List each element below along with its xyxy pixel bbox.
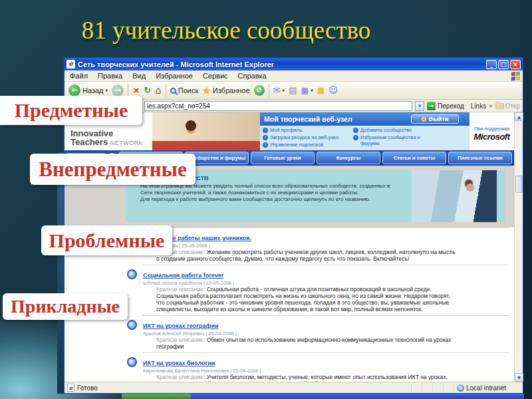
media-caret-icon: ▼ xyxy=(311,88,313,92)
menu-file[interactable]: Файл xyxy=(70,72,88,80)
community-meta: Олег Олегович | 25-05-2006 | xyxy=(143,243,509,249)
media-icon: ▦ xyxy=(301,84,309,96)
edit-note-button[interactable]: ■ xyxy=(317,84,325,96)
search-button[interactable]: Поиск xyxy=(170,86,198,94)
print-button[interactable]: ▤ xyxy=(289,84,297,96)
intranet-globe-icon: ⊕ xyxy=(457,384,464,392)
label-problem: Проблемные xyxy=(41,225,172,255)
list-item: Социальная работа forever schmidt victor… xyxy=(143,265,509,315)
scroll-thumb[interactable] xyxy=(515,176,523,193)
menu-favorites[interactable]: Избранное xyxy=(156,72,193,80)
tab-contests[interactable]: Конкурсы xyxy=(317,152,380,164)
bullet-icon: › xyxy=(353,135,358,140)
mail-icon: ✉ xyxy=(273,84,281,96)
user-links: › Мой профиль › Загрузка ресурса на веб-… xyxy=(260,126,469,150)
intro-photo xyxy=(412,170,497,222)
toolbar-separator xyxy=(128,84,128,97)
windows-logo-icon xyxy=(511,72,520,81)
community-link[interactable]: ИКТ на уроках географии xyxy=(143,323,218,330)
scrollbar[interactable]: ▲ ▼ xyxy=(514,112,523,382)
address-dropdown-icon[interactable]: ▼ xyxy=(415,101,424,111)
desc-label: Краткое описание: xyxy=(156,374,205,380)
favorites-star-icon: ★ xyxy=(202,84,211,96)
taskbar[interactable] xyxy=(122,394,524,399)
browser-titlebar[interactable]: e Сеть творческих учителей - Microsoft I… xyxy=(65,58,523,70)
logout-button[interactable]: Выйти xyxy=(411,114,459,124)
links-label[interactable]: Links xyxy=(471,102,486,110)
go-label: Переход xyxy=(438,102,464,110)
status-bar: e Готово ⊕ Local intranet xyxy=(65,382,523,393)
folder-icon xyxy=(495,103,504,109)
user-link-add-community[interactable]: Добавить сообщество xyxy=(360,127,412,133)
slide-title: 81 учительское сообщество xyxy=(20,16,432,45)
history-button[interactable]: ↺ xyxy=(254,85,265,96)
back-caret-icon[interactable]: ▼ xyxy=(106,88,108,92)
label-applied: Прикладные xyxy=(3,293,128,320)
bullet-icon: › xyxy=(353,128,358,133)
toolbar-separator xyxy=(166,84,166,97)
ie-icon: e xyxy=(66,60,75,68)
desc-label: Краткое описание: xyxy=(156,336,205,343)
stop-button[interactable]: × xyxy=(132,84,140,96)
community-icon xyxy=(127,269,137,279)
desktop-background-strip xyxy=(57,153,64,394)
tab-lessons[interactable]: Готовые уроки xyxy=(251,152,315,164)
favorites-label: Избранное xyxy=(213,86,250,94)
community-link[interactable]: Социальная работа forever xyxy=(143,272,223,279)
menu-edit[interactable]: Правка xyxy=(98,72,122,80)
slide: 81 учительское сообщество e Сеть творчес… xyxy=(0,0,532,399)
scroll-down-icon[interactable]: ▼ xyxy=(515,373,523,382)
user-link-profile[interactable]: Мой профиль xyxy=(270,127,302,133)
favorites-button[interactable]: ★ Избранное xyxy=(202,84,249,96)
close-button[interactable]: × xyxy=(510,60,521,69)
mail-button[interactable]: ✉ ▼ xyxy=(273,84,285,96)
community-icon xyxy=(127,320,137,330)
community-icon xyxy=(127,357,137,367)
header-photo xyxy=(152,112,260,150)
logo-word-3: NETWORK xyxy=(110,140,144,146)
address-input[interactable]: ies.aspx?cat_no=254 xyxy=(144,101,412,111)
toolbar-separator xyxy=(269,84,269,97)
user-header-title: Мой творческий веб-узел xyxy=(264,115,352,123)
user-link-upload[interactable]: Загрузка ресурса на веб-узел xyxy=(270,134,338,140)
tab-links[interactable]: Полезные ссылки xyxy=(448,152,512,164)
forward-button[interactable]: → xyxy=(112,84,124,96)
label-extracurricular: Внепредметные xyxy=(30,154,196,185)
links-chevron-icon[interactable]: » xyxy=(489,102,493,109)
menu-tools[interactable]: Сервис xyxy=(203,72,228,80)
support-label: При поддержке xyxy=(469,126,514,132)
messenger-button[interactable]: ☺ xyxy=(329,84,338,96)
list-item: Проектные работы наших учеников. Олег Ол… xyxy=(143,227,509,265)
menu-help[interactable]: Справка xyxy=(238,72,267,80)
status-zone-text: Local intranet xyxy=(466,384,506,392)
user-link-favorite-communities[interactable]: Избранные сообщества и форумы xyxy=(360,134,438,146)
intro-paragraph-1: На этой странице вы можете увидеть полны… xyxy=(140,183,396,196)
menu-view[interactable]: Вид xyxy=(132,72,146,80)
back-icon: ← xyxy=(68,84,80,96)
media-button[interactable]: ▦ ▼ xyxy=(301,84,313,96)
community-link[interactable]: ИКТ на уроках биологии xyxy=(143,360,215,367)
start-button-fragment[interactable] xyxy=(122,394,191,399)
refresh-button[interactable]: ↻ xyxy=(144,84,151,96)
go-arrow-icon: → xyxy=(427,102,436,110)
user-link-subscription[interactable]: Управление подпиской xyxy=(270,142,323,148)
bullet-icon: › xyxy=(263,142,268,148)
community-meta: schmidt victoria rudolfovna | 13-05-2006… xyxy=(143,280,509,286)
home-button[interactable]: ⌂ xyxy=(155,84,162,96)
status-cell xyxy=(432,384,443,392)
tab-articles[interactable]: Статьи и советы xyxy=(382,152,446,164)
back-button[interactable]: ← Назад ▼ xyxy=(68,84,108,96)
bullet-icon: › xyxy=(263,128,268,133)
scroll-up-icon[interactable]: ▲ xyxy=(515,112,523,121)
minimize-button[interactable]: _ xyxy=(486,60,497,69)
page-content: Список сообществ На этой странице вы мож… xyxy=(65,166,514,382)
search-icon xyxy=(170,88,176,94)
intro-paragraph-2: Для перехода к работе выбранного вами со… xyxy=(140,196,396,203)
status-cell xyxy=(443,384,454,392)
list-item: ИКТ на уроках географии Крылов Алексей И… xyxy=(143,315,509,352)
mail-caret-icon: ▼ xyxy=(282,88,285,92)
go-button[interactable]: → Переход xyxy=(427,102,464,110)
search-label: Поиск xyxy=(178,86,198,94)
maximize-button[interactable]: □ xyxy=(498,60,509,69)
status-cell xyxy=(411,384,422,392)
